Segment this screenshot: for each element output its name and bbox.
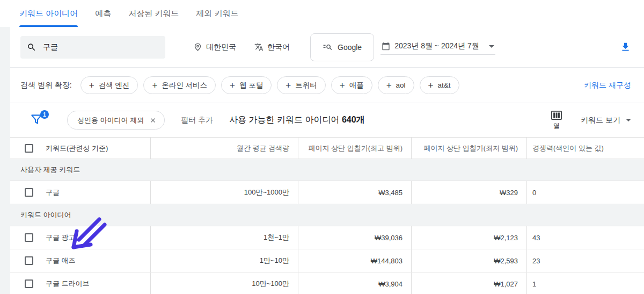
add-filter-button[interactable]: 필터 추가 [181, 116, 213, 125]
section-provided-keywords: 사용자 제공 키워드 [10, 159, 644, 181]
chip-label: 애플 [349, 81, 364, 90]
tab-saved-keywords[interactable]: 저장된 키워드 [128, 0, 179, 27]
table-row: 구글 애즈 1만~10만 ₩144,803 ₩2,593 23 [10, 249, 644, 273]
header-competition[interactable]: 경쟁력(색인이 있는 값) [527, 138, 644, 159]
chip-att[interactable]: +at&t [420, 76, 459, 94]
high-bid-cell: ₩144,803 [298, 249, 412, 272]
network-selector[interactable]: Google [310, 33, 374, 61]
row-checkbox[interactable] [25, 279, 33, 288]
chip-label: 검색 엔진 [99, 81, 130, 90]
results-count-text: 사용 가능한 키워드 아이디어 640개 [229, 114, 365, 126]
header-label: 키워드(관련성 기준) [46, 144, 108, 153]
broaden-search-label: 검색 범위 확장: [20, 81, 72, 90]
competition-cell: 1 [527, 273, 644, 294]
chevron-down-icon [626, 119, 631, 121]
active-filter-chip[interactable]: 성인용 아이디어 제외 [67, 111, 165, 130]
tab-negative-keywords[interactable]: 제외 키워드 [196, 0, 238, 27]
keyword-view-label: 키워드 보기 [581, 116, 620, 125]
row-checkbox[interactable] [25, 233, 33, 242]
chip-aol[interactable]: +aol [378, 76, 414, 94]
keyword-cell: 구글 [46, 188, 60, 197]
plus-icon: + [230, 81, 235, 90]
tab-forecast[interactable]: 예측 [95, 0, 111, 27]
search-network-icon [323, 42, 333, 52]
translate-icon [254, 42, 264, 52]
close-icon[interactable] [149, 117, 157, 124]
filter-count-badge: 1 [40, 110, 49, 119]
competition-cell: 43 [527, 226, 644, 249]
calendar-icon [382, 42, 390, 51]
tab-keyword-ideas[interactable]: 키워드 아이디어 [19, 0, 78, 27]
location-pin-icon [193, 42, 202, 52]
high-bid-cell: ₩3,904 [298, 273, 412, 294]
search-input[interactable] [43, 43, 159, 52]
row-checkbox[interactable] [25, 256, 33, 265]
competition-cell: 0 [527, 181, 644, 204]
columns-button[interactable]: 열 [551, 110, 562, 131]
header-keyword[interactable]: 키워드(관련성 기준) [10, 138, 151, 159]
active-filter-label: 성인용 아이디어 제외 [77, 116, 144, 125]
network-label: Google [338, 43, 362, 52]
volume-cell: 10만~100만 [151, 273, 298, 294]
plus-icon: + [89, 81, 94, 90]
date-range-selector[interactable]: 2023년 8월 ~ 2024년 7월 [380, 39, 495, 55]
low-bid-cell: ₩1,027 [412, 273, 527, 294]
refine-keywords-link[interactable]: 키워드 재구성 [584, 81, 631, 90]
search-icon [27, 42, 36, 52]
volume-cell: 100만~1000만 [151, 181, 298, 204]
search-toolbar: 대한민국 한국어 Google 2023년 8월 ~ 2024년 7월 [10, 27, 644, 68]
download-button[interactable] [620, 41, 631, 53]
keyword-table: 키워드(관련성 기준) 월간 평균 검색량 페이지 상단 입찰가(최고 범위) … [10, 137, 644, 294]
high-bid-cell: ₩39,036 [298, 226, 412, 249]
table-header-row: 키워드(관련성 기준) 월간 평균 검색량 페이지 상단 입찰가(최고 범위) … [10, 138, 644, 159]
section-keyword-ideas: 키워드 아이디어 [10, 204, 644, 226]
location-label: 대한민국 [206, 42, 236, 52]
plus-icon: + [152, 81, 157, 90]
page-background: 대한민국 한국어 Google 2023년 8월 ~ 2024년 7월 검색 범… [0, 27, 644, 294]
plus-icon: + [386, 81, 392, 90]
low-bid-cell: ₩2,123 [412, 226, 527, 249]
download-icon [620, 41, 631, 53]
volume-cell: 1만~10만 [151, 249, 298, 272]
high-bid-cell: ₩3,485 [298, 181, 412, 204]
date-range-label: 2023년 8월 ~ 2024년 7월 [394, 41, 479, 51]
filter-button[interactable]: 1 [30, 112, 46, 128]
header-top-bid-high[interactable]: 페이지 상단 입찰가(최고 범위) [298, 138, 412, 159]
plus-icon: + [286, 81, 291, 90]
chip-label: at&t [438, 81, 451, 89]
table-row: 구글 100만~1000만 ₩3,485 ₩329 0 [10, 181, 644, 204]
keyword-cell: 구글 애즈 [46, 256, 76, 266]
row-checkbox[interactable] [25, 188, 33, 197]
language-selector[interactable]: 한국어 [254, 42, 290, 52]
location-selector[interactable]: 대한민국 [193, 42, 236, 52]
broaden-search-row: 검색 범위 확장: +검색 엔진 +온라인 서비스 +웹 포털 +트위터 +애플… [10, 68, 644, 103]
chip-online-service[interactable]: +온라인 서비스 [143, 76, 216, 94]
chip-label: 트위터 [295, 81, 317, 90]
keyword-view-dropdown[interactable]: 키워드 보기 [581, 116, 631, 125]
chip-label: aol [396, 81, 406, 89]
chip-search-engine[interactable]: +검색 엔진 [80, 76, 138, 94]
plus-icon: + [340, 81, 345, 90]
chip-twitter[interactable]: +트위터 [277, 76, 325, 94]
language-label: 한국어 [267, 42, 290, 52]
results-count: 640개 [342, 115, 365, 124]
table-row: 구글 드라이브 10만~100만 ₩3,904 ₩1,027 1 [10, 273, 644, 294]
columns-icon [551, 110, 562, 120]
chip-apple[interactable]: +애플 [331, 76, 372, 94]
chip-web-portal[interactable]: +웹 포털 [221, 76, 272, 94]
keyword-search-box[interactable] [20, 36, 165, 59]
chevron-down-icon [489, 45, 494, 48]
tab-bar: 키워드 아이디어 예측 저장된 키워드 제외 키워드 [0, 0, 644, 27]
select-all-checkbox[interactable] [25, 144, 33, 153]
chip-label: 온라인 서비스 [162, 81, 207, 90]
table-tools: 열 키워드 보기 [551, 110, 631, 131]
columns-label: 열 [553, 121, 560, 131]
header-avg-monthly-searches[interactable]: 월간 평균 검색량 [151, 138, 298, 159]
table-row: 구글 광고 1천~1만 ₩39,036 ₩2,123 43 [10, 226, 644, 249]
low-bid-cell: ₩329 [412, 181, 527, 204]
filter-bar: 1 성인용 아이디어 제외 필터 추가 사용 가능한 키워드 아이디어 640개… [10, 103, 644, 137]
plus-icon: + [428, 81, 434, 90]
header-top-bid-low[interactable]: 페이지 상단 입찰가(최저 범위) [412, 138, 527, 159]
competition-cell: 23 [527, 249, 644, 272]
low-bid-cell: ₩2,593 [412, 249, 527, 272]
